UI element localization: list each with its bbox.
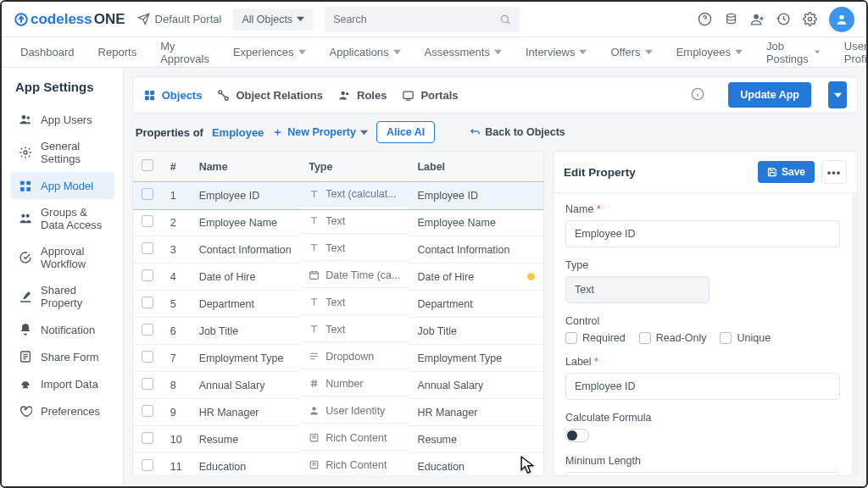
update-app-dropdown[interactable] <box>828 81 847 108</box>
svg-point-17 <box>25 408 27 411</box>
alice-ai-button[interactable]: Alice AI <box>376 121 435 143</box>
object-link[interactable]: Employee <box>212 126 264 139</box>
save-button[interactable]: Save <box>758 161 815 183</box>
gear-icon[interactable] <box>803 12 817 26</box>
row-checkbox[interactable] <box>142 324 153 336</box>
readonly-checkbox[interactable]: Read-Only <box>639 332 707 344</box>
svg-point-9 <box>24 151 27 154</box>
svg-point-1 <box>501 15 508 22</box>
sidebar-item-notification[interactable]: Notification <box>10 316 114 343</box>
unique-checkbox[interactable]: Unique <box>720 332 771 344</box>
update-app-button[interactable]: Update App <box>728 82 811 108</box>
tab-portals[interactable]: Portals <box>402 89 458 102</box>
table-row[interactable]: 9HR ManagerUser IdentityHR Manager <box>133 399 543 426</box>
svg-rect-12 <box>20 187 25 191</box>
row-checkbox[interactable] <box>142 215 153 227</box>
properties-table: #NameTypeLabel 1Employee IDText (calcula… <box>132 151 544 476</box>
row-checkbox[interactable] <box>142 297 153 308</box>
tab-object-relations[interactable]: Object Relations <box>217 89 323 102</box>
nav-reports[interactable]: Reports <box>88 41 147 64</box>
row-checkbox[interactable] <box>142 188 153 200</box>
nav-user-profile[interactable]: User Profile <box>834 35 868 70</box>
help-icon[interactable] <box>698 12 712 26</box>
table-row[interactable]: 8Annual SalaryNumberAnnual Salary <box>133 372 543 399</box>
svg-rect-20 <box>145 96 149 100</box>
svg-point-8 <box>27 116 30 119</box>
nav-job-postings[interactable]: Job Postings <box>756 35 831 70</box>
svg-point-4 <box>754 14 759 19</box>
sidebar-item-app-model[interactable]: App Model <box>10 172 114 199</box>
more-menu-button[interactable]: ••• <box>821 160 847 184</box>
select-all-checkbox[interactable] <box>142 159 153 171</box>
nav-experiences[interactable]: Experiences <box>223 41 316 64</box>
svg-rect-18 <box>145 90 149 94</box>
sidebar-item-import-data[interactable]: Import Data <box>10 370 114 397</box>
search-input[interactable] <box>325 7 520 32</box>
svg-rect-19 <box>150 90 154 94</box>
row-checkbox[interactable] <box>142 432 153 444</box>
row-checkbox[interactable] <box>142 269 153 281</box>
row-checkbox[interactable] <box>142 351 153 363</box>
nav-dashboard[interactable]: Dashboard <box>10 41 85 64</box>
name-field[interactable] <box>565 220 840 247</box>
sidebar-item-share-form[interactable]: Share Form <box>10 343 114 370</box>
tab-roles[interactable]: Roles <box>338 89 387 102</box>
sidebar-item-general-settings[interactable]: General Settings <box>10 133 114 172</box>
calculate-formula-toggle[interactable] <box>565 429 589 442</box>
sidebar-item-approval-workflow[interactable]: Approval Workflow <box>10 238 114 277</box>
min-length-field[interactable] <box>565 472 840 475</box>
nav-assessments[interactable]: Assessments <box>415 41 512 64</box>
sidebar-item-app-users[interactable]: App Users <box>10 106 114 133</box>
search-icon <box>499 14 511 25</box>
svg-point-14 <box>21 214 25 218</box>
table-row[interactable]: 5DepartmentTextDepartment <box>133 291 543 318</box>
database-icon[interactable] <box>724 12 738 26</box>
nav-employees[interactable]: Employees <box>666 41 753 64</box>
svg-point-3 <box>727 14 736 17</box>
edit-property-panel: Edit Property Save ••• Name Type Control… <box>553 151 858 476</box>
add-user-icon[interactable] <box>750 12 765 26</box>
sidebar-item-groups-data-access[interactable]: Groups & Data Access <box>10 199 114 238</box>
nav-offers[interactable]: Offers <box>600 41 662 64</box>
table-row[interactable]: 6Job TitleTextJob Title <box>133 318 543 345</box>
portal-selector[interactable]: Default Portal <box>137 13 222 25</box>
row-checkbox[interactable] <box>142 459 153 471</box>
svg-point-24 <box>341 91 344 94</box>
topbar: codelessONE Default Portal All Objects <box>2 2 866 37</box>
logo[interactable]: codelessONE <box>14 11 125 28</box>
object-filter[interactable]: All Objects <box>233 8 313 30</box>
nav-applications[interactable]: Applications <box>320 41 411 64</box>
table-row[interactable]: 11EducationRich ContentEducation <box>133 453 543 477</box>
label-field[interactable] <box>565 373 840 400</box>
sidebar-item-shared-property[interactable]: Shared Property <box>10 277 114 316</box>
required-checkbox[interactable]: Required <box>565 332 626 344</box>
nav-my-approvals[interactable]: My Approvals <box>150 35 220 70</box>
row-checkbox[interactable] <box>142 378 153 390</box>
table-row[interactable]: 7Employment TypeDropdownEmployment Type <box>133 345 543 372</box>
svg-point-7 <box>22 115 26 119</box>
avatar[interactable] <box>829 7 854 32</box>
main-nav: DashboardReportsMy ApprovalsExperiencesA… <box>2 37 866 68</box>
table-row[interactable]: 3Contact InformationTextContact Informat… <box>133 236 543 263</box>
svg-point-6 <box>839 14 843 19</box>
new-property-button[interactable]: ＋ New Property <box>272 125 368 140</box>
properties-bar: Properties of Employee ＋ New Property Al… <box>132 114 858 151</box>
svg-point-5 <box>808 17 811 20</box>
row-checkbox[interactable] <box>142 242 153 254</box>
type-field <box>565 276 709 303</box>
svg-rect-26 <box>403 92 413 98</box>
svg-point-15 <box>26 214 30 218</box>
panel-title: Edit Property <box>564 166 636 179</box>
nav-interviews[interactable]: Interviews <box>515 41 598 64</box>
table-row[interactable]: 10ResumeRich ContentResume <box>133 426 543 453</box>
table-row[interactable]: 2Employee NameTextEmployee Name <box>133 209 543 236</box>
sidebar-title: App Settings <box>15 80 109 94</box>
table-row[interactable]: 1Employee IDText (calculat...Employee ID <box>133 182 543 209</box>
row-checkbox[interactable] <box>142 405 153 417</box>
history-icon[interactable] <box>776 12 791 26</box>
info-icon[interactable] <box>691 87 704 103</box>
sidebar-item-preferences[interactable]: Preferences <box>10 397 114 424</box>
table-row[interactable]: 4Date of HireDate Time (ca...Date of Hir… <box>133 263 543 291</box>
back-to-objects[interactable]: Back to Objects <box>469 126 565 138</box>
tab-objects[interactable]: Objects <box>143 89 203 102</box>
